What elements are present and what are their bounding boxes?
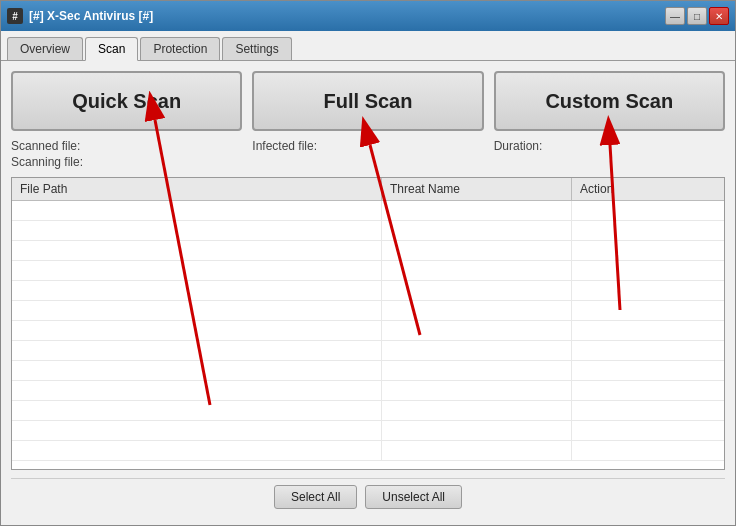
quick-scan-button[interactable]: Quick Scan — [11, 71, 242, 131]
tab-protection[interactable]: Protection — [140, 37, 220, 60]
duration-label: Duration: — [494, 139, 725, 153]
duration-info: Duration: — [494, 139, 725, 169]
table-row — [12, 261, 724, 281]
scanning-file-label: Scanning file: — [11, 155, 242, 169]
results-table: File Path Threat Name Action — [11, 177, 725, 470]
table-header: File Path Threat Name Action — [12, 178, 724, 201]
titlebar: # [#] X-Sec Antivirus [#] — □ ✕ — [1, 1, 735, 31]
table-row — [12, 321, 724, 341]
main-content: Quick Scan Full Scan Custom Scan Scanned… — [1, 61, 735, 525]
table-row — [12, 221, 724, 241]
select-all-button[interactable]: Select All — [274, 485, 357, 509]
table-row — [12, 381, 724, 401]
window-title: [#] X-Sec Antivirus [#] — [29, 9, 153, 23]
scan-info-row: Scanned file: Scanning file: Infected fi… — [11, 139, 725, 169]
window-controls: — □ ✕ — [665, 7, 729, 25]
col-threat: Threat Name — [382, 178, 572, 200]
infected-file-label: Infected file: — [252, 139, 483, 153]
close-button[interactable]: ✕ — [709, 7, 729, 25]
tab-bar: Overview Scan Protection Settings — [1, 31, 735, 61]
table-row — [12, 301, 724, 321]
table-row — [12, 241, 724, 261]
scanned-file-info: Scanned file: Scanning file: — [11, 139, 242, 169]
scan-buttons-row: Quick Scan Full Scan Custom Scan — [11, 71, 725, 131]
table-body[interactable] — [12, 201, 724, 469]
table-row — [12, 341, 724, 361]
table-row — [12, 281, 724, 301]
app-icon: # — [7, 8, 23, 24]
infected-file-info: Infected file: — [252, 139, 483, 169]
col-filepath: File Path — [12, 178, 382, 200]
table-row — [12, 441, 724, 461]
tab-scan[interactable]: Scan — [85, 37, 138, 61]
full-scan-button[interactable]: Full Scan — [252, 71, 483, 131]
minimize-button[interactable]: — — [665, 7, 685, 25]
bottom-bar: Select All Unselect All — [11, 478, 725, 515]
tab-settings[interactable]: Settings — [222, 37, 291, 60]
table-row — [12, 201, 724, 221]
table-row — [12, 401, 724, 421]
custom-scan-button[interactable]: Custom Scan — [494, 71, 725, 131]
col-action: Action — [572, 178, 724, 200]
maximize-button[interactable]: □ — [687, 7, 707, 25]
table-row — [12, 421, 724, 441]
tab-overview[interactable]: Overview — [7, 37, 83, 60]
unselect-all-button[interactable]: Unselect All — [365, 485, 462, 509]
table-row — [12, 361, 724, 381]
scanned-file-label: Scanned file: — [11, 139, 242, 153]
